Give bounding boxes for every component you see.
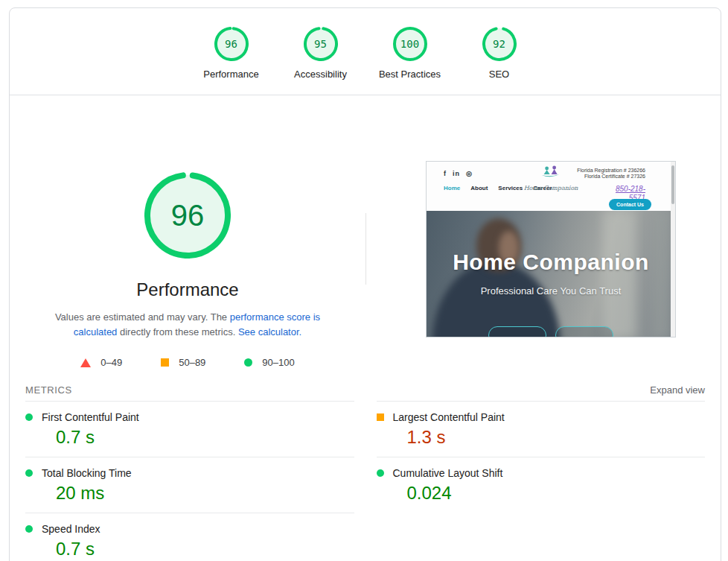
- metric-name: Cumulative Layout Shift: [393, 467, 503, 479]
- legend-pass: 90–100: [244, 357, 294, 368]
- performance-score: 96: [214, 26, 249, 62]
- legend-fail: 0–49: [80, 357, 122, 368]
- seo-score: 92: [482, 26, 517, 62]
- metrics-header: METRICS Expand view: [10, 381, 721, 398]
- thumb-logo-text: Home Companion: [524, 185, 578, 191]
- description-text-2: directly from these metrics.: [117, 326, 238, 337]
- home-companion-logo-icon: [536, 165, 566, 182]
- performance-label: Performance: [187, 69, 276, 80]
- facebook-icon: f: [444, 170, 447, 177]
- pass-circle-icon: [25, 413, 33, 421]
- thumb-reg-line1: Florida Registration # 236266: [577, 168, 645, 174]
- thumb-hero-buttons: [488, 326, 613, 337]
- thumb-scrollbar-thumb: [671, 165, 674, 204]
- performance-section-title: Performance: [10, 279, 365, 300]
- thumb-hero-button-1: [488, 326, 546, 337]
- score-legend: 0–49 50–89 90–100: [10, 357, 365, 368]
- thumb-hero-text: Home Companion Professional Care You Can…: [427, 211, 675, 337]
- average-square-icon: [377, 413, 384, 421]
- metric-name: Largest Contentful Paint: [393, 411, 505, 423]
- final-screenshot-thumbnail[interactable]: f in ◎ Home About Services Career: [426, 161, 676, 337]
- pass-circle-icon: [244, 358, 252, 367]
- thumb-hero-image: Home Companion Professional Care You Can…: [427, 211, 675, 337]
- metric-speed-index: Speed Index 0.7 s: [25, 513, 354, 561]
- vertical-divider: [365, 213, 366, 285]
- performance-section: 96 Performance Values are estimated and …: [10, 95, 721, 375]
- metric-total-blocking-time: Total Blocking Time 20 ms: [25, 457, 354, 513]
- accessibility-label: Accessibility: [276, 69, 365, 80]
- metric-value: 1.3 s: [407, 427, 706, 448]
- metric-value: 0.7 s: [56, 539, 354, 560]
- metrics-grid: First Contentful Paint 0.7 s Largest Con…: [10, 401, 721, 561]
- summary-gauge-performance[interactable]: 96 Performance: [187, 26, 276, 80]
- category-summary-row: 96 Performance 95 Accessibility 100: [10, 8, 721, 95]
- performance-score-column: 96 Performance Values are estimated and …: [10, 95, 365, 368]
- metric-value: 20 ms: [56, 483, 354, 504]
- thumb-scrollbar-track: [671, 162, 675, 337]
- thumb-site-header: f in ◎ Home About Services Career: [427, 162, 675, 211]
- legend-pass-range: 90–100: [262, 357, 294, 368]
- performance-main-score: 96: [143, 171, 232, 260]
- expand-view-button[interactable]: Expand view: [650, 384, 705, 396]
- thumb-contact-button: Contact Us: [609, 199, 651, 210]
- linkedin-icon: in: [453, 170, 460, 177]
- metric-cumulative-layout-shift: Cumulative Layout Shift 0.024: [377, 457, 706, 513]
- summary-gauge-seo[interactable]: 92 SEO: [455, 26, 544, 80]
- legend-average-range: 50–89: [179, 357, 205, 368]
- thumb-site-logo: Home Companion: [524, 165, 578, 191]
- thumb-nav-services: Services: [498, 185, 523, 191]
- pass-circle-icon: [25, 469, 33, 477]
- legend-fail-range: 0–49: [100, 357, 122, 368]
- description-text-1: Values are estimated and may vary. The: [55, 311, 230, 323]
- seo-label: SEO: [455, 69, 544, 80]
- thumb-hero-title: Home Companion: [453, 250, 649, 275]
- metric-first-contentful-paint: First Contentful Paint 0.7 s: [25, 401, 354, 457]
- lighthouse-report-card: 96 Performance 95 Accessibility 100: [9, 7, 721, 561]
- metric-largest-contentful-paint: Largest Contentful Paint 1.3 s: [377, 401, 706, 457]
- metric-name: First Contentful Paint: [42, 411, 139, 423]
- metric-value: 0.024: [407, 483, 706, 504]
- instagram-icon: ◎: [466, 170, 473, 177]
- summary-gauge-accessibility[interactable]: 95 Accessibility: [276, 26, 365, 80]
- metrics-heading: METRICS: [25, 384, 72, 396]
- thumb-nav-about: About: [470, 185, 488, 191]
- average-square-icon: [161, 358, 169, 367]
- best-practices-label: Best Practices: [365, 69, 455, 80]
- best-practices-score: 100: [392, 26, 428, 62]
- thumb-reg-line2: Florida Certificate # 27326: [577, 174, 645, 180]
- summary-gauge-best-practices[interactable]: 100 Best Practices: [365, 26, 455, 80]
- performance-main-gauge[interactable]: 96: [143, 171, 232, 260]
- thumb-registration-block: Florida Registration # 236266 Florida Ce…: [577, 168, 645, 203]
- thumb-phone-line1: 850-218-: [577, 185, 645, 194]
- pass-circle-icon: [25, 525, 33, 533]
- accessibility-score: 95: [303, 26, 339, 62]
- metric-name: Speed Index: [42, 523, 100, 535]
- thumb-nav-home: Home: [444, 185, 460, 191]
- performance-description: Values are estimated and may vary. The p…: [54, 310, 322, 340]
- thumb-social-icons: f in ◎: [444, 170, 473, 177]
- see-calculator-link[interactable]: See calculator.: [238, 326, 301, 337]
- thumb-hero-subtitle: Professional Care You Can Trust: [481, 285, 622, 297]
- metric-value: 0.7 s: [56, 427, 354, 448]
- pass-circle-icon: [377, 469, 384, 477]
- thumb-hero-button-2: [555, 326, 613, 337]
- legend-average: 50–89: [161, 357, 205, 368]
- fail-triangle-icon: [80, 358, 91, 367]
- metric-name: Total Blocking Time: [42, 467, 132, 479]
